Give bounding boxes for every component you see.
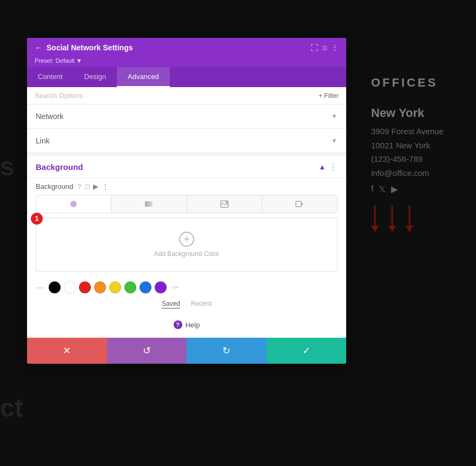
swatch-blue[interactable] [140,281,151,293]
panel-body: Search Options + Filter Network ▼ Link ▼… [27,87,346,338]
background-section-header: Background ▲ ⋮ [27,156,346,178]
filter-label: + Filter [319,92,339,100]
saved-recent-row: Saved Recent [27,298,346,314]
recent-tab[interactable]: Recent [191,300,211,309]
bottom-buttons: ✕ ↺ ↻ ✓ [27,338,346,364]
preset-chevron-icon: ▼ [76,57,82,64]
svg-rect-1 [145,201,153,207]
tab-advanced[interactable]: Advanced [117,67,170,87]
header-icons: ⛶ ⎅ ⋮ [310,43,339,52]
panel-header-left: ← Social Network Settings [35,43,133,52]
fullscreen-icon[interactable]: ⛶ [310,43,318,52]
swatch-purple[interactable] [155,281,167,293]
help-row: ? Help [27,314,346,338]
gradient-icon [144,200,153,208]
redo-icon: ↻ [222,345,230,357]
network-chevron-icon: ▼ [331,113,338,120]
color-tab-gradient[interactable] [111,195,187,213]
add-color-icon[interactable]: + [179,232,194,247]
help-text[interactable]: Help [186,321,200,329]
swatch-green[interactable] [124,281,136,293]
add-color-text: Add Background Color [154,250,220,258]
background-label: Background [36,182,73,191]
cancel-button[interactable]: ✕ [27,338,107,364]
back-arrow-icon[interactable]: ← [35,43,42,52]
more-icon[interactable]: ⋮ [331,43,339,52]
bg-more-icon[interactable]: ⋮ [102,182,109,191]
redo-button[interactable]: ↻ [187,338,267,364]
confirm-icon: ✓ [302,345,310,357]
swatch-yellow[interactable] [109,281,121,293]
bg-cursor-icon[interactable]: ▶ [93,182,98,191]
layout-icon[interactable]: ⎅ [322,43,327,52]
modal-overlay: ← Social Network Settings ⛶ ⎅ ⋮ Preset: … [0,0,476,466]
search-row: Search Options + Filter [27,87,346,104]
svg-rect-4 [296,201,301,207]
swatch-black[interactable] [49,281,61,293]
network-label: Network [36,112,63,121]
background-section-title: Background [36,162,83,172]
bg-color-icon[interactable]: □ [85,182,90,191]
panel-title: Social Network Settings [47,43,133,52]
background-label-row: Background ? □ ▶ ⋮ [27,178,346,195]
swatch-orange[interactable] [94,281,106,293]
color-tab-video[interactable] [262,195,337,213]
swatch-red[interactable] [79,281,91,293]
tabs-row: Content Design Advanced [27,67,346,87]
swatch-white[interactable] [64,281,76,293]
link-accordion[interactable]: Link ▼ [27,129,346,153]
link-chevron-icon: ▼ [331,137,338,145]
search-placeholder[interactable]: Search Options [35,91,83,100]
swatch-pencil-icon[interactable]: ✏ [170,281,182,293]
background-help-icon[interactable]: ? [77,183,81,191]
background-section-right: ▲ ⋮ [319,162,338,172]
color-type-tabs [36,195,338,213]
undo-button[interactable]: ↺ [107,338,187,364]
tab-design[interactable]: Design [74,67,117,87]
image-icon [220,200,229,208]
preset-label: Preset: [35,57,54,64]
preset-value: Default [56,57,75,64]
background-type-icons: □ ▶ ⋮ [85,182,109,191]
link-label: Link [36,136,50,145]
color-solid-icon [69,200,78,208]
background-more-icon[interactable]: ⋮ [329,162,338,172]
panel-header: ← Social Network Settings ⛶ ⎅ ⋮ [27,38,346,57]
swatches-row: ⋯ ✏ [27,277,346,298]
confirm-button[interactable]: ✓ [267,338,347,364]
svg-point-0 [70,201,77,207]
svg-point-3 [226,201,228,204]
undo-icon: ↺ [143,345,151,357]
preset-dropdown[interactable]: Default ▼ [56,57,82,64]
circle-number: 1 [31,213,43,225]
color-tab-solid[interactable] [36,195,111,213]
svg-marker-5 [301,202,303,206]
help-circle-icon: ? [174,320,182,329]
cancel-icon: ✕ [63,345,71,357]
filter-button[interactable]: + Filter [319,92,339,100]
video-icon [295,200,304,208]
saved-tab[interactable]: Saved [162,300,180,309]
color-tab-image[interactable] [187,195,262,213]
color-picker-area[interactable]: 1 + Add Background Color [36,218,338,272]
preset-row: Preset: Default ▼ [27,57,346,67]
settings-panel: ← Social Network Settings ⛶ ⎅ ⋮ Preset: … [27,38,346,364]
collapse-icon[interactable]: ▲ [319,163,326,171]
tab-content[interactable]: Content [27,67,74,87]
network-accordion[interactable]: Network ▼ [27,104,346,129]
swatch-more-icon[interactable]: ⋯ [36,283,44,293]
background-section: Background ▲ ⋮ Background ? □ ▶ ⋮ [27,156,346,338]
